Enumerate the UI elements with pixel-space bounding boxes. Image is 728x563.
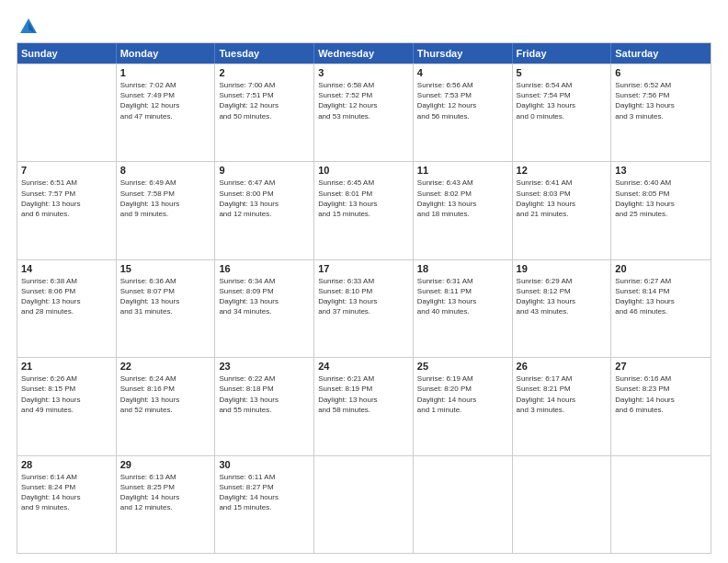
day-info: Sunrise: 6:13 AM Sunset: 8:25 PM Dayligh… bbox=[120, 472, 211, 513]
calendar-cell: 7Sunrise: 6:51 AM Sunset: 7:57 PM Daylig… bbox=[17, 162, 117, 259]
week-row-2: 7Sunrise: 6:51 AM Sunset: 7:57 PM Daylig… bbox=[17, 161, 711, 259]
calendar-cell: 29Sunrise: 6:13 AM Sunset: 8:25 PM Dayli… bbox=[117, 456, 216, 553]
week-row-5: 28Sunrise: 6:14 AM Sunset: 8:24 PM Dayli… bbox=[17, 455, 711, 553]
weekday-header-monday: Monday bbox=[117, 43, 216, 63]
header bbox=[17, 17, 711, 33]
day-info: Sunrise: 6:41 AM Sunset: 8:03 PM Dayligh… bbox=[517, 178, 608, 219]
weekday-header-saturday: Saturday bbox=[611, 43, 711, 63]
calendar-cell: 17Sunrise: 6:33 AM Sunset: 8:10 PM Dayli… bbox=[314, 260, 414, 357]
calendar-cell: 28Sunrise: 6:14 AM Sunset: 8:24 PM Dayli… bbox=[17, 456, 117, 553]
calendar-cell: 26Sunrise: 6:17 AM Sunset: 8:21 PM Dayli… bbox=[513, 358, 612, 454]
day-number: 11 bbox=[417, 165, 508, 176]
calendar-cell: 19Sunrise: 6:29 AM Sunset: 8:12 PM Dayli… bbox=[513, 260, 612, 357]
weekday-header-friday: Friday bbox=[513, 43, 612, 63]
calendar-header: SundayMondayTuesdayWednesdayThursdayFrid… bbox=[17, 43, 711, 63]
calendar-cell: 21Sunrise: 6:26 AM Sunset: 8:15 PM Dayli… bbox=[17, 358, 117, 454]
day-number: 29 bbox=[120, 459, 211, 470]
day-info: Sunrise: 6:43 AM Sunset: 8:02 PM Dayligh… bbox=[417, 178, 508, 219]
day-info: Sunrise: 6:34 AM Sunset: 8:09 PM Dayligh… bbox=[219, 276, 310, 317]
day-number: 1 bbox=[120, 67, 211, 78]
calendar-cell: 8Sunrise: 6:49 AM Sunset: 7:58 PM Daylig… bbox=[117, 162, 216, 259]
logo-icon bbox=[18, 17, 39, 37]
day-info: Sunrise: 6:29 AM Sunset: 8:12 PM Dayligh… bbox=[517, 276, 608, 317]
day-number: 26 bbox=[517, 361, 608, 372]
calendar-cell: 9Sunrise: 6:47 AM Sunset: 8:00 PM Daylig… bbox=[215, 162, 314, 259]
day-number: 20 bbox=[615, 263, 707, 274]
calendar-cell bbox=[414, 456, 513, 553]
calendar-cell: 2Sunrise: 7:00 AM Sunset: 7:51 PM Daylig… bbox=[215, 64, 314, 161]
calendar-cell bbox=[513, 456, 612, 553]
day-number: 6 bbox=[615, 67, 707, 78]
calendar-cell: 4Sunrise: 6:56 AM Sunset: 7:53 PM Daylig… bbox=[414, 64, 513, 161]
day-info: Sunrise: 6:26 AM Sunset: 8:15 PM Dayligh… bbox=[21, 373, 112, 415]
day-info: Sunrise: 6:14 AM Sunset: 8:24 PM Dayligh… bbox=[21, 472, 112, 513]
day-number: 12 bbox=[517, 165, 608, 176]
day-number: 22 bbox=[120, 361, 211, 372]
day-info: Sunrise: 6:47 AM Sunset: 8:00 PM Dayligh… bbox=[219, 178, 310, 219]
week-row-3: 14Sunrise: 6:38 AM Sunset: 8:06 PM Dayli… bbox=[17, 259, 711, 357]
day-info: Sunrise: 6:33 AM Sunset: 8:10 PM Dayligh… bbox=[318, 276, 409, 317]
day-number: 16 bbox=[219, 263, 310, 274]
day-number: 30 bbox=[219, 459, 310, 470]
calendar-cell: 13Sunrise: 6:40 AM Sunset: 8:05 PM Dayli… bbox=[611, 162, 711, 259]
calendar-cell: 3Sunrise: 6:58 AM Sunset: 7:52 PM Daylig… bbox=[314, 64, 414, 161]
day-info: Sunrise: 6:24 AM Sunset: 8:16 PM Dayligh… bbox=[120, 373, 211, 415]
day-info: Sunrise: 6:54 AM Sunset: 7:54 PM Dayligh… bbox=[517, 80, 608, 121]
calendar-cell: 30Sunrise: 6:11 AM Sunset: 8:27 PM Dayli… bbox=[215, 456, 314, 553]
day-info: Sunrise: 6:21 AM Sunset: 8:19 PM Dayligh… bbox=[318, 373, 409, 415]
week-row-1: 1Sunrise: 7:02 AM Sunset: 7:49 PM Daylig… bbox=[17, 63, 711, 161]
day-info: Sunrise: 6:11 AM Sunset: 8:27 PM Dayligh… bbox=[219, 472, 310, 513]
weekday-header-thursday: Thursday bbox=[414, 43, 513, 63]
calendar-cell: 15Sunrise: 6:36 AM Sunset: 8:07 PM Dayli… bbox=[117, 260, 216, 357]
day-number: 25 bbox=[417, 361, 508, 372]
day-number: 14 bbox=[21, 263, 112, 274]
weekday-header-tuesday: Tuesday bbox=[215, 43, 314, 63]
day-info: Sunrise: 6:16 AM Sunset: 8:23 PM Dayligh… bbox=[615, 373, 707, 415]
day-info: Sunrise: 6:22 AM Sunset: 8:18 PM Dayligh… bbox=[219, 373, 310, 415]
day-number: 13 bbox=[615, 165, 707, 176]
day-number: 3 bbox=[318, 67, 409, 78]
calendar-cell: 5Sunrise: 6:54 AM Sunset: 7:54 PM Daylig… bbox=[513, 64, 612, 161]
day-number: 4 bbox=[417, 67, 508, 78]
day-number: 17 bbox=[318, 263, 409, 274]
calendar-cell: 16Sunrise: 6:34 AM Sunset: 8:09 PM Dayli… bbox=[215, 260, 314, 357]
calendar-cell: 18Sunrise: 6:31 AM Sunset: 8:11 PM Dayli… bbox=[414, 260, 513, 357]
day-number: 7 bbox=[21, 165, 112, 176]
day-info: Sunrise: 7:02 AM Sunset: 7:49 PM Dayligh… bbox=[120, 80, 211, 121]
week-row-4: 21Sunrise: 6:26 AM Sunset: 8:15 PM Dayli… bbox=[17, 357, 711, 454]
calendar-cell: 23Sunrise: 6:22 AM Sunset: 8:18 PM Dayli… bbox=[215, 358, 314, 454]
day-info: Sunrise: 6:51 AM Sunset: 7:57 PM Dayligh… bbox=[21, 178, 112, 219]
day-number: 28 bbox=[21, 459, 112, 470]
day-number: 18 bbox=[417, 263, 508, 274]
day-number: 2 bbox=[219, 67, 310, 78]
day-info: Sunrise: 6:58 AM Sunset: 7:52 PM Dayligh… bbox=[318, 80, 409, 121]
calendar-cell: 6Sunrise: 6:52 AM Sunset: 7:56 PM Daylig… bbox=[611, 64, 711, 161]
day-info: Sunrise: 6:31 AM Sunset: 8:11 PM Dayligh… bbox=[417, 276, 508, 317]
day-info: Sunrise: 6:52 AM Sunset: 7:56 PM Dayligh… bbox=[615, 80, 707, 121]
calendar-body: 1Sunrise: 7:02 AM Sunset: 7:49 PM Daylig… bbox=[17, 63, 711, 553]
day-info: Sunrise: 6:17 AM Sunset: 8:21 PM Dayligh… bbox=[517, 373, 608, 415]
calendar-cell: 25Sunrise: 6:19 AM Sunset: 8:20 PM Dayli… bbox=[414, 358, 513, 454]
day-info: Sunrise: 7:00 AM Sunset: 7:51 PM Dayligh… bbox=[219, 80, 310, 121]
calendar-cell bbox=[611, 456, 711, 553]
day-number: 19 bbox=[517, 263, 608, 274]
day-number: 8 bbox=[120, 165, 211, 176]
day-number: 27 bbox=[615, 361, 707, 372]
day-number: 21 bbox=[21, 361, 112, 372]
calendar-cell: 1Sunrise: 7:02 AM Sunset: 7:49 PM Daylig… bbox=[117, 64, 216, 161]
logo bbox=[17, 17, 39, 33]
calendar-cell: 10Sunrise: 6:45 AM Sunset: 8:01 PM Dayli… bbox=[314, 162, 414, 259]
day-number: 24 bbox=[318, 361, 409, 372]
day-info: Sunrise: 6:38 AM Sunset: 8:06 PM Dayligh… bbox=[21, 276, 112, 317]
day-number: 15 bbox=[120, 263, 211, 274]
calendar-cell: 14Sunrise: 6:38 AM Sunset: 8:06 PM Dayli… bbox=[17, 260, 117, 357]
weekday-header-wednesday: Wednesday bbox=[314, 43, 414, 63]
day-info: Sunrise: 6:40 AM Sunset: 8:05 PM Dayligh… bbox=[615, 178, 707, 219]
day-info: Sunrise: 6:19 AM Sunset: 8:20 PM Dayligh… bbox=[417, 373, 508, 415]
calendar-cell: 20Sunrise: 6:27 AM Sunset: 8:14 PM Dayli… bbox=[611, 260, 711, 357]
day-info: Sunrise: 6:36 AM Sunset: 8:07 PM Dayligh… bbox=[120, 276, 211, 317]
day-info: Sunrise: 6:45 AM Sunset: 8:01 PM Dayligh… bbox=[318, 178, 409, 219]
calendar-cell bbox=[17, 64, 117, 161]
page: SundayMondayTuesdayWednesdayThursdayFrid… bbox=[0, 0, 728, 563]
day-number: 9 bbox=[219, 165, 310, 176]
